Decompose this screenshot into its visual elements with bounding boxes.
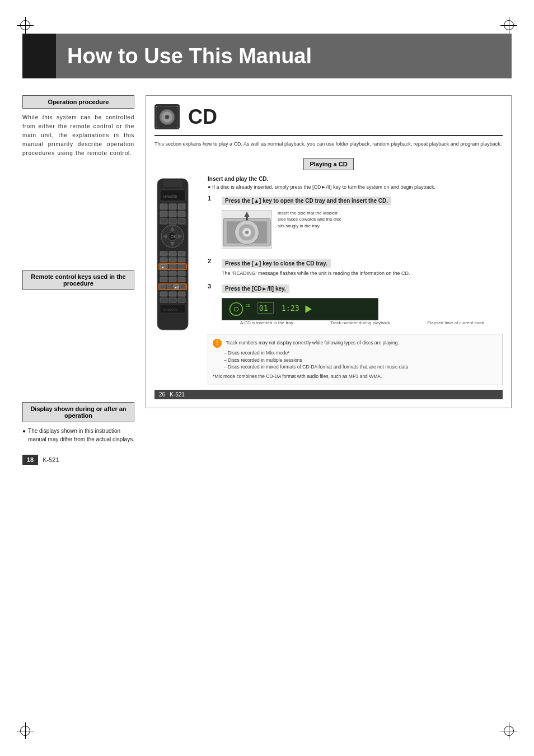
label-track-number: Track number during playback xyxy=(330,320,390,325)
operation-procedure-text: While this system can be controlled from… xyxy=(22,113,134,158)
page-number-box: 18 xyxy=(22,455,38,465)
svg-text:1:23: 1:23 xyxy=(282,304,299,312)
label-elapsed-time: Elapsed time of current track xyxy=(427,320,484,325)
svg-rect-48 xyxy=(160,292,167,296)
svg-rect-13 xyxy=(169,211,176,217)
label-cd-inserted: A CD is inserted in the tray xyxy=(240,320,293,325)
svg-rect-12 xyxy=(160,211,167,217)
disc-image xyxy=(222,210,272,249)
svg-rect-49 xyxy=(169,292,176,296)
svg-rect-36 xyxy=(160,271,167,276)
svg-rect-47 xyxy=(180,284,186,289)
page-footer: 18 K-521 xyxy=(22,455,512,465)
right-column: CD This section explains how to play a C… xyxy=(146,95,512,444)
step-2-num: 2 xyxy=(208,258,216,264)
content-area: Operation procedure While this system ca… xyxy=(22,95,512,444)
svg-rect-52 xyxy=(169,298,176,302)
remote-section: Remote control keys used in the procedur… xyxy=(22,270,134,290)
warning-text-1: Track numbers may not display correctly … xyxy=(226,340,399,346)
svg-rect-44 xyxy=(167,284,172,289)
step-3-instruction: Press the [CD►/II] key. xyxy=(222,284,289,293)
step-2-row: 2 Press the [▲] key to close the CD tray… xyxy=(208,258,503,277)
cd-page-number: 26 xyxy=(159,391,165,398)
page-title: How to Use This Manual xyxy=(67,44,312,68)
cd-player-display-area: CD 01 1:23 xyxy=(222,298,503,325)
warning-item-3: – Discs recorded in mixed formats of CD-… xyxy=(224,363,498,371)
svg-rect-26 xyxy=(169,251,176,256)
svg-rect-38 xyxy=(178,271,185,276)
svg-rect-9 xyxy=(160,204,167,209)
insert-title: Insert and play the CD. xyxy=(208,176,503,182)
svg-rect-14 xyxy=(178,211,185,217)
steps-area: Insert and play the CD. ● If a disc is a… xyxy=(208,176,503,385)
warning-box: ! Track numbers may not display correctl… xyxy=(208,334,503,385)
step-1-num: 1 xyxy=(208,195,216,202)
cd-section: CD This section explains how to play a C… xyxy=(146,95,512,408)
svg-rect-6 xyxy=(163,180,182,187)
warning-list: – Discs recorded in Mkx mode* – Discs re… xyxy=(224,349,498,371)
remote-image-area: KENWOOD xyxy=(154,176,199,385)
remote-control-box: Remote control keys used in the procedur… xyxy=(22,270,134,290)
left-column: Operation procedure While this system ca… xyxy=(22,95,134,444)
cd-header: CD xyxy=(154,104,503,136)
svg-rect-41 xyxy=(178,277,185,282)
step-1-instruction: Press the [▲] key to open the CD tray an… xyxy=(222,197,391,205)
svg-rect-25 xyxy=(160,251,167,256)
step-2-note: The 'READING' message flashes while the … xyxy=(222,270,503,277)
playing-cd-label: Playing a CD xyxy=(303,158,353,170)
warning-item-1: – Discs recorded in Mkx mode* xyxy=(224,349,498,357)
step-2-instruction: Press the [▲] key to close the CD tray. xyxy=(222,259,331,268)
disc-note: Insert the disc that the labeled side fa… xyxy=(278,210,345,249)
svg-rect-10 xyxy=(169,204,176,209)
header-bar: How to Use This Manual xyxy=(22,34,512,78)
svg-point-61 xyxy=(245,231,249,234)
display-shown-box: Display shown during or after an operati… xyxy=(22,402,134,422)
warning-item-2: – Discs recorded in multiple sessions xyxy=(224,357,498,364)
svg-rect-43 xyxy=(160,284,166,289)
svg-rect-35 xyxy=(178,264,185,269)
display-section: Display shown during or after an operati… xyxy=(22,402,134,444)
cd-page-footer: 26 K-521 xyxy=(154,390,503,399)
warning-footnote: *Mix mode combines the CD-DA format with… xyxy=(213,373,498,380)
svg-rect-50 xyxy=(178,292,185,296)
step-3-content: Press the [CD►/II] key. CD xyxy=(222,283,503,328)
operation-procedure-box: Operation procedure xyxy=(22,95,134,109)
svg-text:KENWOOD: KENWOOD xyxy=(163,194,177,198)
warning-icon: ! xyxy=(213,339,222,348)
svg-rect-15 xyxy=(160,218,167,224)
step-1-content: Press the [▲] key to open the CD tray an… xyxy=(222,195,503,252)
svg-text:01: 01 xyxy=(259,304,268,312)
svg-text:OK: OK xyxy=(171,235,176,239)
cd-title: CD xyxy=(188,105,217,129)
disc-area: Insert the disc that the labeled side fa… xyxy=(222,210,503,249)
svg-rect-39 xyxy=(160,277,167,282)
svg-text:CD: CD xyxy=(246,304,250,308)
svg-point-64 xyxy=(230,302,243,315)
step-3-num: 3 xyxy=(208,283,216,290)
step-2-content: Press the [▲] key to close the CD tray. … xyxy=(222,258,503,277)
svg-rect-16 xyxy=(169,218,176,224)
svg-rect-28 xyxy=(160,258,167,262)
svg-text:KENWOOD: KENWOOD xyxy=(163,308,178,311)
step-1-row: 1 Press the [▲] key to open the CD tray … xyxy=(208,195,503,252)
svg-text:►II: ►II xyxy=(174,286,180,289)
svg-rect-27 xyxy=(178,251,185,256)
display-shown-text: The displays shown in this instruction m… xyxy=(28,427,134,444)
svg-rect-17 xyxy=(178,218,185,224)
insert-desc-text: If a disc is already inserted, simply pr… xyxy=(212,184,435,190)
display-bullet: ● The displays shown in this instruction… xyxy=(22,427,134,444)
model-number: K-521 xyxy=(43,456,59,463)
svg-rect-34 xyxy=(169,264,176,269)
svg-point-65 xyxy=(234,307,238,311)
cd-description: This section explains how to play a CD. … xyxy=(154,141,503,148)
display-caption-row: A CD is inserted in the tray Track numbe… xyxy=(222,320,503,325)
steps-remote-area: KENWOOD xyxy=(154,176,503,385)
svg-text:▲: ▲ xyxy=(161,265,165,269)
svg-rect-11 xyxy=(178,204,185,209)
step-3-row: 3 Press the [CD►/II] key. xyxy=(208,283,503,328)
svg-marker-70 xyxy=(306,305,312,312)
cd-model-number: K-521 xyxy=(170,391,185,398)
svg-rect-63 xyxy=(246,216,248,221)
svg-rect-29 xyxy=(169,258,176,262)
svg-rect-40 xyxy=(169,277,176,282)
